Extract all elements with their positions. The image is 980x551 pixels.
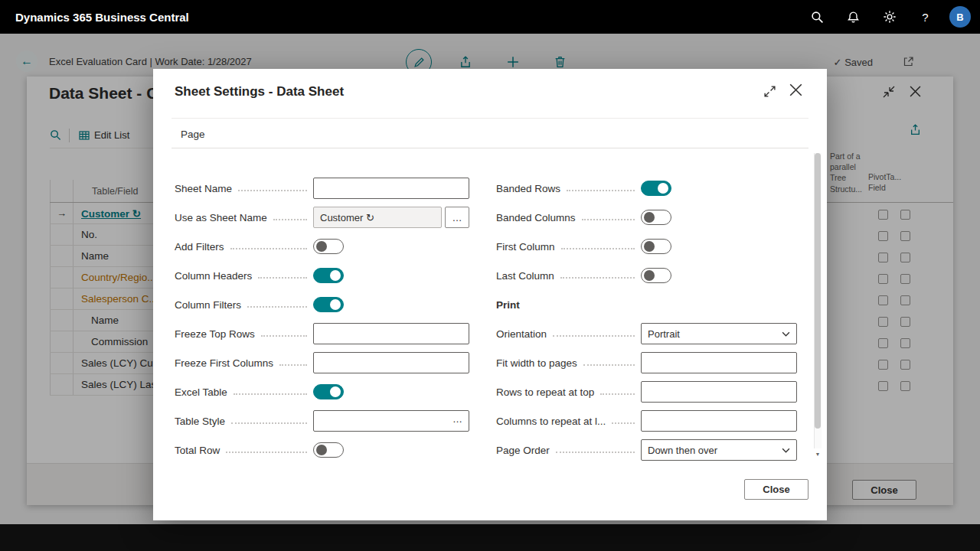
add-filters-toggle[interactable] (313, 239, 344, 254)
field-table-style: Table Style … (175, 406, 469, 435)
orientation-value: Portrait (648, 328, 680, 340)
tab-page[interactable]: Page (181, 129, 205, 140)
sheet-name-input[interactable] (313, 178, 469, 199)
field-freeze-top-rows: Freeze Top Rows (175, 319, 469, 348)
field-sheet-name: Sheet Name (175, 174, 469, 203)
app-title: Dynamics 365 Business Central (15, 11, 189, 24)
scrollbar-thumb[interactable] (815, 153, 821, 429)
field-column-headers: Column Headers (175, 261, 469, 290)
page-order-select[interactable]: Down then over (641, 439, 797, 461)
use-as-sheet-name-input[interactable] (313, 207, 442, 228)
field-banded-columns: Banded Columns (496, 203, 797, 232)
columns-to-repeat-at-left-input[interactable] (641, 410, 797, 432)
field-freeze-first-columns: Freeze First Columns (175, 348, 469, 377)
table-style-input[interactable] (313, 410, 469, 432)
fit-width-to-pages-input[interactable] (641, 352, 797, 373)
field-add-filters: Add Filters (175, 232, 469, 261)
last-column-toggle[interactable] (641, 268, 671, 283)
banded-columns-toggle[interactable] (641, 210, 671, 225)
field-excel-table: Excel Table (175, 377, 469, 406)
field-page-order: Page Order Down then over (496, 435, 797, 465)
user-avatar[interactable]: B (949, 6, 971, 28)
total-row-toggle[interactable] (313, 442, 344, 458)
first-column-toggle[interactable] (641, 239, 671, 254)
rows-to-repeat-at-top-input[interactable] (641, 381, 797, 403)
field-use-as-sheet-name: Use as Sheet Name … (175, 203, 469, 232)
expand-dialog-icon[interactable] (763, 85, 776, 101)
settings-gear-icon[interactable] (871, 0, 907, 34)
field-last-column: Last Column (496, 261, 797, 290)
divider (172, 118, 808, 119)
field-fit-width-to-pages: Fit width to pages (496, 348, 797, 377)
close-dialog-icon[interactable] (789, 83, 802, 99)
sheet-settings-dialog: Sheet Settings - Data Sheet Page Sheet N… (153, 69, 827, 520)
field-orientation: Orientation Portrait (496, 319, 797, 348)
divider (172, 148, 808, 148)
assist-edit-button[interactable]: … (445, 207, 469, 228)
search-icon[interactable] (799, 0, 835, 34)
excel-table-toggle[interactable] (313, 384, 344, 399)
field-columns-to-repeat-at-left: Columns to repeat at l... (496, 406, 797, 435)
field-total-row: Total Row (175, 435, 469, 465)
form-left-column: Sheet Name Use as Sheet Name … Add Filte… (175, 174, 469, 465)
field-rows-to-repeat-at-top: Rows to repeat at top (496, 377, 797, 406)
scrollbar-down-arrow[interactable]: ▼ (813, 450, 822, 459)
field-first-column: First Column (496, 232, 797, 261)
help-icon[interactable]: ? (907, 0, 943, 34)
form-right-column: Banded Rows Banded Columns First Column … (496, 174, 797, 465)
field-column-filters: Column Filters (175, 290, 469, 319)
dialog-title: Sheet Settings - Data Sheet (175, 84, 344, 99)
chevron-down-icon (782, 331, 790, 337)
column-headers-toggle[interactable] (313, 268, 344, 283)
group-header-print: Print (496, 290, 797, 319)
dialog-scrollbar[interactable]: ▼ (813, 153, 822, 459)
page-order-value: Down then over (648, 445, 717, 456)
notifications-icon[interactable] (835, 0, 871, 34)
column-filters-toggle[interactable] (313, 297, 344, 312)
topbar: Dynamics 365 Business Central ? B (0, 0, 980, 34)
chevron-down-icon (782, 448, 790, 453)
orientation-select[interactable]: Portrait (641, 323, 797, 344)
freeze-first-columns-input[interactable] (313, 352, 469, 373)
dialog-close-button[interactable]: Close (744, 479, 808, 500)
freeze-top-rows-input[interactable] (313, 323, 469, 344)
banded-rows-toggle[interactable] (641, 181, 671, 196)
field-banded-rows: Banded Rows (496, 174, 797, 203)
